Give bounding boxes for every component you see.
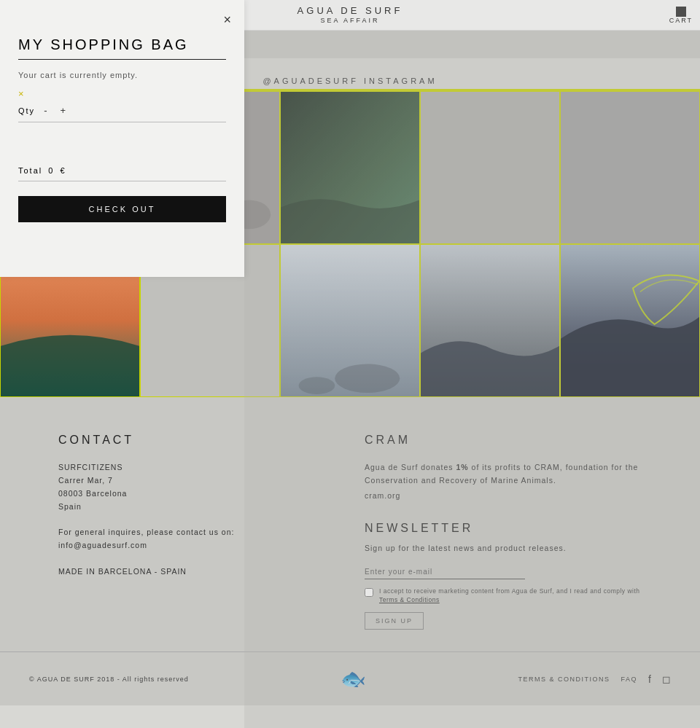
shopping-bag-panel: × MY SHOPPING BAG Your cart is currently… xyxy=(0,0,244,277)
currency-symbol: € xyxy=(60,166,66,175)
total-row: Total 0 € xyxy=(18,166,226,181)
checkout-button[interactable]: CHECK OUT xyxy=(18,196,226,222)
qty-increase-button[interactable]: + xyxy=(57,105,70,116)
total-value: 0 xyxy=(48,166,54,175)
contact-email[interactable]: info@aguadesurf.com xyxy=(58,541,147,549)
bag-title: MY SHOPPING BAG xyxy=(18,36,226,60)
qty-label: Qty xyxy=(18,106,35,115)
close-button[interactable]: × xyxy=(223,13,231,26)
quantity-row: Qty - + xyxy=(18,105,226,122)
overlay-backdrop[interactable] xyxy=(244,0,700,728)
empty-cart-message: Your cart is currently empty. xyxy=(18,71,226,79)
total-label: Total xyxy=(18,166,42,175)
copyright-text: © AGUA DE SURF 2018 - All rights reserve… xyxy=(29,676,189,683)
remove-item-icon[interactable]: × xyxy=(18,88,226,99)
qty-decrease-button[interactable]: - xyxy=(41,105,51,116)
